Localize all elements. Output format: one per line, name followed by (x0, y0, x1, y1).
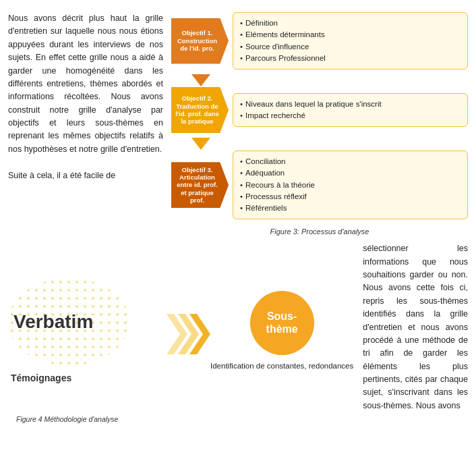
figure-4-caption: Figure 4 Méthodologie d'analyse (8, 415, 468, 423)
sous-theme-circle: Sous- thème (250, 291, 314, 355)
objective-row-3: Objectif 3. Articulation entre id. prof.… (171, 151, 468, 219)
chevrons-area (163, 307, 210, 361)
bottom-visual-row: Verbatim Témoignages Sous- thème (8, 242, 468, 412)
objective-2-label: Objectif 2. Traduction de l'id. prof. da… (175, 94, 219, 126)
objective-1-arrow: Objectif 1. Construction de l'id. pro. (171, 18, 229, 64)
bullet-item: Niveaux dans lequel la pratique s'inscri… (240, 99, 460, 110)
sous-theme-line2: thème (266, 323, 298, 335)
bullet-item: Définition (240, 18, 460, 29)
temoignages-label: Témoignages (11, 373, 71, 383)
objective-2-arrow: Objectif 2. Traduction de l'id. prof. da… (171, 87, 229, 133)
paragraph-1: Nous avons décrit plus haut la grille d'… (8, 12, 163, 156)
connector-2 (171, 137, 468, 151)
identification-label: Identification de constantes, redondance… (210, 360, 353, 371)
left-text-block: Nous avons décrit plus haut la grille d'… (8, 12, 163, 236)
bullet-item: Adéquation (240, 167, 460, 179)
connector-1 (171, 74, 468, 87)
bullet-item: Parcours Professionnel (240, 53, 460, 64)
bottom-paragraph: sélectionner les informations que nous s… (363, 242, 468, 412)
bottom-right-text: sélectionner les informations que nous s… (353, 242, 468, 412)
svg-marker-1 (191, 138, 210, 150)
verbatim-bg: Verbatim (8, 278, 143, 366)
bullet-item: Eléments déterminants (240, 29, 460, 40)
bullet-item: Source d'influence (240, 41, 460, 53)
bottom-section: Verbatim Témoignages Sous- thème (0, 242, 476, 426)
figure-3-caption: Figure 3: Processus d'analyse (171, 227, 468, 236)
verbatim-area: Verbatim Témoignages (8, 271, 163, 383)
objective-3-label: Objectif 3. Articulation entre id. prof.… (175, 166, 219, 205)
objective-3-arrow: Objectif 3. Articulation entre id. prof.… (171, 162, 229, 208)
svg-marker-0 (191, 74, 210, 86)
objective-3-bullets: Conciliation Adéquation Recours à la thé… (233, 151, 468, 219)
paragraph-2: Suite à cela, il a été facile de (8, 169, 163, 182)
objective-2-bullets: Niveaux dans lequel la pratique s'inscri… (233, 93, 468, 128)
objective-row-1: Objectif 1. Construction de l'id. pro. D… (171, 12, 468, 70)
bullet-item: Référentiels (240, 202, 460, 214)
down-arrow-icon (191, 74, 210, 87)
objective-1-bullets: Définition Eléments déterminants Source … (233, 12, 468, 70)
page-container: Nous avons décrit plus haut la grille d'… (0, 0, 476, 426)
chevron-arrows-icon (163, 307, 210, 361)
sous-theme-line1: Sous- (267, 310, 297, 322)
bullet-item: Processus réflexif (240, 191, 460, 202)
bullet-item: Conciliation (240, 156, 460, 167)
objective-row-2: Objectif 2. Traduction de l'id. prof. da… (171, 87, 468, 133)
sous-theme-area: Sous- thème Identification de constantes… (210, 291, 353, 371)
process-diagram: Objectif 1. Construction de l'id. pro. D… (171, 12, 468, 236)
bullet-item: Impact recherché (240, 110, 460, 121)
top-section: Nous avons décrit plus haut la grille d'… (0, 0, 476, 242)
bullet-item: Recours à la théorie (240, 180, 460, 191)
down-arrow-icon (191, 137, 210, 151)
verbatim-label: Verbatim (13, 311, 93, 333)
objective-1-label: Objectif 1. Construction de l'id. pro. (175, 29, 219, 52)
